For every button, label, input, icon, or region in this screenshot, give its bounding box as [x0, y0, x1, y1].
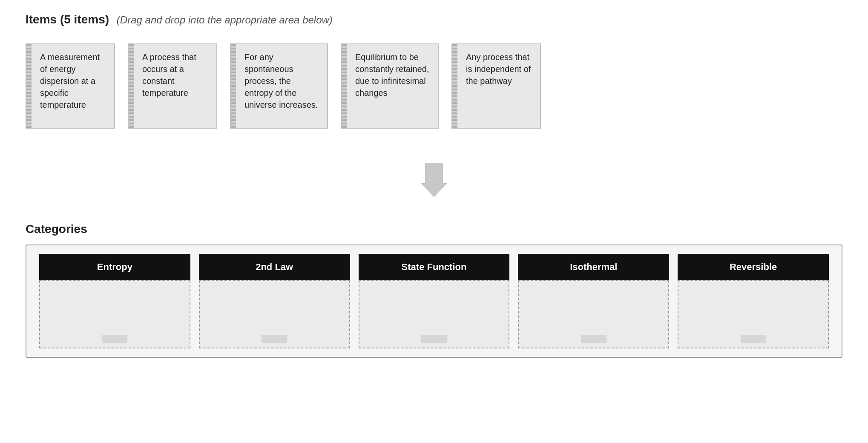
- category-drop-zone-reversible[interactable]: [678, 280, 829, 348]
- category-header-state-function: State Function: [359, 254, 510, 280]
- category-header-2nd-law: 2nd Law: [199, 254, 350, 280]
- category-drop-zone-2nd-law[interactable]: [199, 280, 350, 348]
- items-subtitle: (Drag and drop into the appropriate area…: [117, 14, 333, 26]
- drop-placeholder-entropy: [102, 335, 127, 343]
- category-column-reversible: Reversible: [678, 254, 829, 348]
- page-container: Items (5 items) (Drag and drop into the …: [0, 0, 868, 371]
- drag-item-5[interactable]: Any process that is independent of the p…: [451, 43, 541, 129]
- category-column-isothermal: Isothermal: [518, 254, 669, 348]
- drag-item-3-text: For any spontaneous process, the entropy…: [244, 51, 319, 111]
- drag-item-2[interactable]: A process that occurs at a constant temp…: [128, 43, 217, 129]
- items-title: Items (5 items): [26, 13, 109, 26]
- drag-items-row: A measurement of energy dispersion at a …: [26, 43, 842, 129]
- category-drop-zone-isothermal[interactable]: [518, 280, 669, 348]
- drop-placeholder-2nd-law: [262, 335, 287, 343]
- categories-row: Entropy 2nd Law State Function: [26, 245, 842, 357]
- category-drop-zone-state-function[interactable]: [359, 280, 510, 348]
- categories-box: Entropy 2nd Law State Function: [26, 245, 842, 358]
- drag-item-3[interactable]: For any spontaneous process, the entropy…: [230, 43, 328, 129]
- category-header-entropy: Entropy: [39, 254, 190, 280]
- svg-marker-0: [421, 163, 447, 197]
- down-arrow-icon: [421, 163, 447, 197]
- drag-item-1[interactable]: A measurement of energy dispersion at a …: [26, 43, 115, 129]
- category-drop-zone-entropy[interactable]: [39, 280, 190, 348]
- drag-item-5-text: Any process that is independent of the p…: [466, 51, 532, 87]
- drop-placeholder-state-function: [421, 335, 447, 343]
- drag-item-2-text: A process that occurs at a constant temp…: [142, 51, 209, 99]
- drag-item-1-text: A measurement of energy dispersion at a …: [40, 51, 106, 111]
- items-header: Items (5 items) (Drag and drop into the …: [26, 13, 842, 26]
- drag-item-4[interactable]: Equilibrium to be constantly retained, d…: [341, 43, 439, 129]
- category-header-reversible: Reversible: [678, 254, 829, 280]
- drop-placeholder-reversible: [741, 335, 766, 343]
- drop-placeholder-isothermal: [581, 335, 606, 343]
- category-column-entropy: Entropy: [39, 254, 190, 348]
- category-header-isothermal: Isothermal: [518, 254, 669, 280]
- categories-header: Categories: [26, 222, 842, 236]
- drag-item-4-text: Equilibrium to be constantly retained, d…: [355, 51, 430, 99]
- category-column-state-function: State Function: [359, 254, 510, 348]
- category-column-2nd-law: 2nd Law: [199, 254, 350, 348]
- arrow-down-container: [26, 163, 842, 197]
